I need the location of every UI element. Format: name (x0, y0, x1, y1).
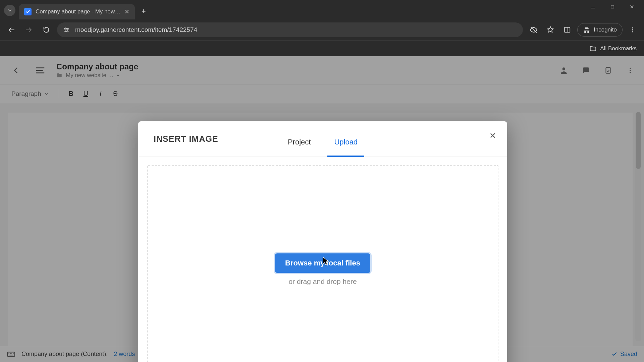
svg-rect-4 (565, 27, 570, 33)
browser-tab-active[interactable]: Company about page - My new… ✕ (19, 4, 135, 19)
svg-point-2 (67, 29, 68, 30)
modal-body: Browse my local files or drag and drop h… (138, 157, 507, 362)
browse-files-button[interactable]: Browse my local files (275, 253, 370, 273)
window-maximize-button[interactable] (603, 0, 622, 13)
browser-address-bar: moodjoy.gathercontent.com/item/17422574 … (0, 19, 644, 40)
nav-forward-button[interactable] (22, 23, 36, 37)
insert-image-modal: INSERT IMAGE Project Upload ✕ Browse my … (138, 121, 507, 362)
window-close-button[interactable] (623, 0, 641, 13)
dropzone-hint: or drag and drop here (288, 278, 357, 286)
bookmark-star-icon[interactable] (544, 23, 557, 37)
svg-point-5 (632, 27, 633, 28)
tab-project[interactable]: Project (284, 129, 315, 157)
tab-close-icon[interactable]: ✕ (124, 8, 129, 15)
all-bookmarks-button[interactable]: All Bookmarks (589, 45, 637, 52)
tracking-protection-icon[interactable] (527, 23, 540, 37)
new-tab-button[interactable]: + (138, 5, 150, 17)
window-controls (584, 0, 641, 13)
incognito-label: Incognito (594, 26, 617, 33)
svg-point-6 (632, 29, 633, 30)
modal-tabs: Project Upload (284, 129, 362, 157)
nav-reload-button[interactable] (40, 23, 53, 37)
browser-menu-icon[interactable] (626, 23, 639, 37)
modal-header: INSERT IMAGE Project Upload ✕ (138, 121, 507, 157)
app-viewport: Company about page My new website … • (0, 56, 644, 362)
url-field[interactable]: moodjoy.gathercontent.com/item/17422574 (57, 22, 523, 37)
svg-point-3 (65, 31, 66, 32)
incognito-indicator[interactable]: Incognito (577, 23, 623, 37)
bookmarks-bar: All Bookmarks (0, 40, 644, 56)
svg-point-1 (65, 28, 66, 29)
tab-search-button[interactable] (4, 5, 15, 16)
browser-window: Company about page - My new… ✕ + moodjoy… (0, 0, 644, 362)
tab-upload[interactable]: Upload (330, 129, 362, 157)
browser-tab-strip: Company about page - My new… ✕ + (0, 0, 644, 19)
svg-rect-0 (611, 5, 614, 8)
all-bookmarks-label: All Bookmarks (600, 45, 637, 52)
browser-tab-title: Company about page - My new… (36, 8, 120, 15)
nav-back-button[interactable] (5, 23, 18, 37)
upload-dropzone[interactable]: Browse my local files or drag and drop h… (147, 165, 498, 362)
url-text: moodjoy.gathercontent.com/item/17422574 (75, 26, 197, 34)
side-panel-icon[interactable] (560, 23, 574, 37)
modal-close-button[interactable]: ✕ (487, 130, 498, 141)
svg-point-7 (632, 31, 633, 32)
window-minimize-button[interactable] (584, 0, 602, 13)
site-settings-icon[interactable] (63, 26, 70, 33)
modal-title: INSERT IMAGE (154, 134, 218, 144)
favicon-icon (24, 8, 32, 15)
